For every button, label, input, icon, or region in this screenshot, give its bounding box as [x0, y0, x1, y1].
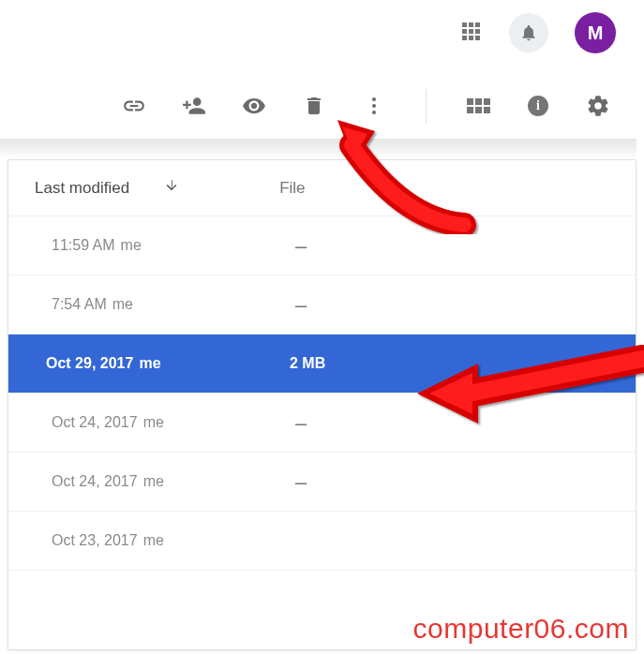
- row-modified: Oct 23, 2017me: [52, 532, 295, 549]
- info-icon: i: [528, 96, 548, 116]
- more-actions-button[interactable]: [362, 94, 386, 118]
- file-row[interactable]: Oct 24, 2017me–: [8, 394, 636, 453]
- panel-shadow: [0, 139, 637, 159]
- row-owner: me: [143, 414, 164, 430]
- row-modified: Oct 24, 2017me: [52, 473, 295, 490]
- modified-time: 11:59 AM: [52, 237, 115, 253]
- action-toolbar: i: [107, 70, 625, 141]
- preview-button[interactable]: [242, 94, 266, 118]
- get-link-button[interactable]: [122, 94, 146, 118]
- watermark-text: computer06.com: [413, 613, 629, 645]
- view-toggle-button[interactable]: [466, 94, 490, 118]
- file-row[interactable]: Oct 29, 2017me2 MB: [8, 334, 636, 394]
- modified-time: Oct 24, 2017: [52, 473, 138, 489]
- apps-grid-icon[interactable]: [462, 22, 483, 43]
- file-rows: 11:59 AMme–7:54 AMme–Oct 29, 2017me2 MBO…: [8, 216, 636, 571]
- sort-arrow-icon[interactable]: [163, 177, 180, 199]
- column-header-row: Last modified File: [8, 160, 636, 216]
- trash-icon: [303, 95, 325, 117]
- row-modified: Oct 29, 2017me: [46, 355, 290, 372]
- person-add-icon: [182, 94, 206, 118]
- row-size: –: [295, 477, 307, 487]
- file-row[interactable]: Oct 24, 2017me–: [8, 453, 636, 512]
- svg-point-2: [372, 111, 376, 114]
- row-owner: me: [143, 473, 164, 489]
- bell-icon: [519, 23, 538, 42]
- row-size: –: [295, 418, 307, 428]
- modified-time: 7:54 AM: [52, 296, 107, 312]
- row-owner: me: [121, 237, 142, 253]
- avatar-initial: M: [588, 22, 604, 44]
- link-icon: [122, 94, 146, 118]
- row-owner: me: [112, 296, 133, 312]
- details-button[interactable]: i: [526, 94, 550, 118]
- svg-point-1: [372, 104, 376, 108]
- row-size: –: [295, 300, 307, 310]
- modified-time: Oct 23, 2017: [52, 532, 138, 548]
- svg-point-0: [372, 97, 376, 101]
- row-size: 2 MB: [290, 355, 325, 372]
- delete-button[interactable]: [302, 94, 326, 118]
- more-vert-icon: [363, 95, 385, 117]
- toolbar-divider: [426, 89, 427, 123]
- modified-time: Oct 24, 2017: [52, 414, 138, 430]
- gear-icon: [586, 94, 610, 118]
- notifications-button[interactable]: [509, 13, 548, 52]
- account-avatar[interactable]: M: [575, 12, 616, 53]
- share-button[interactable]: [182, 94, 206, 118]
- row-modified: 7:54 AMme: [52, 296, 295, 313]
- eye-icon: [242, 94, 266, 118]
- arrow-down-icon: [163, 177, 180, 194]
- row-modified: 11:59 AMme: [52, 237, 295, 254]
- modified-time: Oct 29, 2017: [46, 355, 133, 371]
- row-modified: Oct 24, 2017me: [52, 414, 295, 431]
- app-header: M: [0, 0, 644, 66]
- column-last-modified[interactable]: Last modified: [35, 179, 129, 198]
- settings-button[interactable]: [586, 94, 610, 118]
- file-row[interactable]: 7:54 AMme–: [8, 275, 636, 334]
- file-row[interactable]: Oct 23, 2017me: [8, 512, 636, 571]
- row-owner: me: [139, 355, 160, 371]
- grid-view-icon: [467, 98, 490, 113]
- file-row[interactable]: 11:59 AMme–: [8, 216, 636, 275]
- file-list-panel: Last modified File 11:59 AMme–7:54 AMme–…: [7, 159, 637, 650]
- column-file-size[interactable]: File: [279, 179, 305, 198]
- row-size: –: [295, 241, 307, 251]
- row-owner: me: [143, 532, 164, 548]
